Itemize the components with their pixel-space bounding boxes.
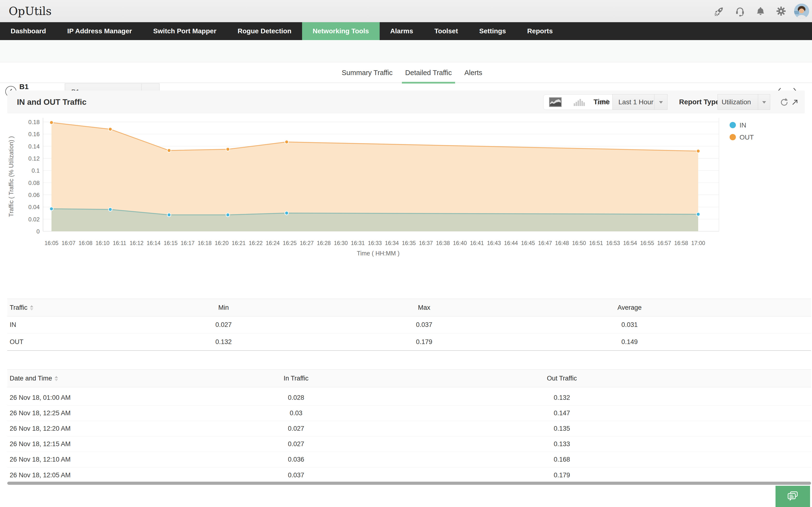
tab-alerts[interactable]: Alerts <box>461 62 486 83</box>
report-type-select[interactable]: Utilization <box>717 94 770 110</box>
table-row: 26 Nov 18, 12:20 AM0.0270.135 <box>7 421 811 437</box>
x-tick-label: 16:55 <box>640 240 654 246</box>
nav-item-reports[interactable]: Reports <box>516 22 563 40</box>
column-header-max[interactable]: Max <box>331 304 517 312</box>
nav-item-settings[interactable]: Settings <box>469 22 516 40</box>
user-avatar[interactable] <box>794 4 809 18</box>
table-cell: 0.179 <box>476 471 648 479</box>
table-cell: 0.028 <box>116 394 476 401</box>
table-row: 26 Nov 18, 12:25 AM0.030.147 <box>7 406 811 421</box>
table-cell: 0.027 <box>116 425 476 433</box>
rocket-icon[interactable] <box>714 6 724 16</box>
data-point-out <box>697 149 700 153</box>
main-nav: DashboardIP Address ManagerSwitch Port M… <box>0 22 812 40</box>
chat-icon <box>786 490 799 503</box>
x-tick-label: 16:30 <box>334 240 348 246</box>
x-tick-label: 16:33 <box>368 240 382 246</box>
nav-item-toolset[interactable]: Toolset <box>424 22 469 40</box>
time-label: Time <box>594 91 610 113</box>
data-point-out <box>50 121 53 124</box>
x-tick-label: 16:34 <box>385 240 399 246</box>
breadcrumb-bar: B1 192.168.50.132 B1 <box>0 40 812 62</box>
table-cell: 26 Nov 18, 12:20 AM <box>7 425 116 433</box>
data-point-in <box>697 213 700 216</box>
y-tick-label: 0.1 <box>32 167 40 174</box>
column-header-out-traffic[interactable]: Out Traffic <box>476 375 648 382</box>
x-tick-label: 16:15 <box>164 240 177 246</box>
table-cell: OUT <box>7 338 116 346</box>
table-cell: 0.036 <box>116 456 476 463</box>
area-chart-button[interactable] <box>547 95 564 109</box>
x-tick-label: 16:11 <box>113 240 126 246</box>
x-tick-label: 16:35 <box>402 240 416 246</box>
data-point-out <box>167 149 171 152</box>
data-point-in <box>50 207 53 211</box>
x-tick-label: 16:31 <box>351 240 365 246</box>
table-cell: 26 Nov 18, 12:15 AM <box>7 440 116 448</box>
app-logo: OpUtils <box>9 0 51 22</box>
headset-icon[interactable] <box>735 6 745 16</box>
table-cell: 0.132 <box>116 338 331 346</box>
column-header-average[interactable]: Average <box>517 304 742 312</box>
x-tick-label: 16:45 <box>521 240 535 246</box>
tab-detailed-traffic[interactable]: Detailed Traffic <box>402 62 455 83</box>
data-point-in <box>167 213 171 217</box>
bell-icon[interactable] <box>755 6 766 16</box>
table-cell: 0.037 <box>331 321 517 329</box>
chevron-down-icon <box>758 95 770 110</box>
time-select[interactable]: Last 1 Hour <box>612 94 667 110</box>
nav-item-rogue-detection[interactable]: Rogue Detection <box>227 22 302 40</box>
x-axis-title: Time ( HH:MM ) <box>357 250 400 257</box>
column-header-traffic[interactable]: Traffic <box>7 304 116 312</box>
bar-chart-button[interactable] <box>570 95 588 109</box>
column-header-min[interactable]: Min <box>116 304 331 312</box>
y-tick-label: 0.18 <box>28 119 40 125</box>
x-tick-label: 16:17 <box>181 240 195 246</box>
x-tick-label: 16:50 <box>572 240 586 246</box>
legend-label-in[interactable]: IN <box>740 121 746 129</box>
sort-icon <box>55 376 58 381</box>
x-tick-label: 16:47 <box>538 240 552 246</box>
x-tick-label: 16:08 <box>79 240 93 246</box>
x-tick-label: 16:14 <box>147 240 161 246</box>
table-cell: 0.027 <box>116 440 476 448</box>
legend-dot-in[interactable] <box>729 122 736 128</box>
data-point-out <box>226 148 230 151</box>
x-tick-label: 16:21 <box>232 240 246 246</box>
y-axis-title: Traffic ( Traffic (% Utilization) ) <box>8 136 14 217</box>
data-point-in <box>226 213 230 217</box>
x-tick-label: 16:41 <box>470 240 484 246</box>
x-tick-label: 16:10 <box>95 240 109 246</box>
expand-icon[interactable] <box>791 98 799 107</box>
gear-icon[interactable] <box>776 6 786 16</box>
y-tick-label: 0.02 <box>28 216 40 223</box>
x-tick-label: 16:51 <box>589 240 603 246</box>
nav-item-dashboard[interactable]: Dashboard <box>0 22 57 40</box>
refresh-icon[interactable] <box>779 97 789 107</box>
chat-button[interactable] <box>775 486 810 507</box>
nav-item-ip-address-manager[interactable]: IP Address Manager <box>57 22 143 40</box>
x-tick-label: 16:54 <box>623 240 637 246</box>
table-cell: 26 Nov 18, 12:10 AM <box>7 456 116 463</box>
x-tick-label: 16:53 <box>606 240 620 246</box>
view-tabs: Summary TrafficDetailed TrafficAlerts <box>338 62 486 83</box>
table-cell: 0.037 <box>116 471 476 479</box>
table-row: IN0.0270.0370.031 <box>7 317 811 333</box>
column-header-in-traffic[interactable]: In Traffic <box>116 375 476 382</box>
column-header-date-and-time[interactable]: Date and Time <box>7 375 116 382</box>
data-point-out <box>108 127 112 131</box>
x-tick-label: 16:37 <box>419 240 433 246</box>
x-tick-label: 17:00 <box>691 240 705 246</box>
nav-item-alarms[interactable]: Alarms <box>379 22 424 40</box>
sort-icon <box>30 305 33 311</box>
data-point-out <box>285 140 289 144</box>
horizontal-scrollbar[interactable] <box>7 482 811 485</box>
report-type-label: Report Type <box>679 91 719 113</box>
legend-dot-out[interactable] <box>729 134 736 140</box>
tab-summary-traffic[interactable]: Summary Traffic <box>338 62 396 83</box>
legend-label-out[interactable]: OUT <box>740 133 754 141</box>
nav-item-switch-port-mapper[interactable]: Switch Port Mapper <box>143 22 227 40</box>
table-row: 26 Nov 18, 01:00 AM0.0280.132 <box>7 390 811 406</box>
table-cell: 0.147 <box>476 409 648 417</box>
nav-item-networking-tools[interactable]: Networking Tools <box>302 22 379 40</box>
